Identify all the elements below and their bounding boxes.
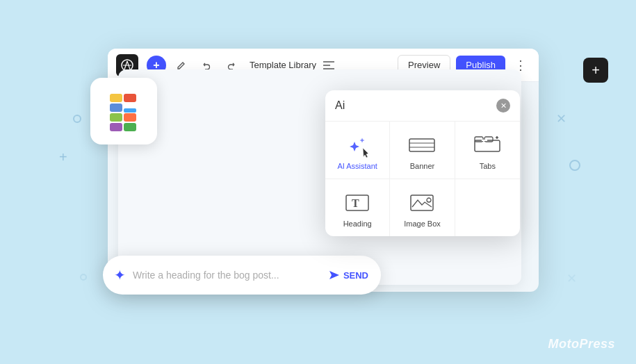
ai-sparkle-icon: ✦ [114,267,126,283]
widget-search-input[interactable] [335,99,496,112]
widget-item-image-box[interactable]: Image Box [390,179,455,236]
bg-decoration-circle-2 [569,160,580,171]
ai-assistant-label: AI Assistant [337,162,377,170]
bg-decoration-circle-3 [80,274,87,281]
send-icon [328,269,341,281]
bg-decoration-circle-1 [73,115,81,123]
send-button[interactable]: SEND [320,263,377,287]
ai-assistant-icon [342,133,373,158]
svg-rect-5 [124,123,136,131]
bg-decoration-x-1: ✕ [556,111,566,126]
bg-decoration-x-2: ✕ [566,271,577,286]
svg-rect-0 [110,94,122,102]
motopress-brand: MotoPress [548,337,615,351]
heading-label: Heading [343,220,372,228]
svg-rect-1 [124,94,136,102]
svg-rect-7 [124,108,136,113]
ai-prompt-placeholder: Write a heading for the bog post... [133,270,320,281]
widget-item-ai-assistant[interactable]: AI Assistant [325,122,390,179]
svg-rect-9 [409,139,434,151]
heading-icon: T [342,190,373,215]
svg-rect-21 [411,195,433,210]
menu-lines-icon [323,60,334,70]
svg-rect-6 [124,113,136,122]
widget-item-banner[interactable]: Banner [390,122,455,179]
imagebox-icon [407,190,437,215]
g-logo-icon [103,90,145,132]
widget-item-heading[interactable]: T Heading [325,179,390,236]
svg-rect-4 [110,123,122,131]
banner-label: Banner [410,162,434,170]
svg-text:T: T [352,197,359,209]
search-dropdown: ✕ AI Assistant [325,90,520,236]
ai-prompt-bar: ✦ Write a heading for the bog post... SE… [103,256,381,295]
bg-decoration-cross-1: + [59,149,67,165]
svg-rect-2 [110,104,122,112]
widget-grid-empty [455,179,520,236]
template-library-link[interactable]: Template Library [250,60,316,70]
svg-rect-3 [110,113,122,122]
search-box: ✕ [325,90,520,122]
search-clear-button[interactable]: ✕ [496,99,510,113]
brand-logo [90,78,157,144]
svg-point-22 [427,198,431,202]
tabs-icon [472,133,503,158]
tabs-label: Tabs [480,162,496,170]
image-box-label: Image Box [404,220,441,228]
widget-item-tabs[interactable]: Tabs [455,122,520,179]
corner-plus-button[interactable]: + [583,58,608,83]
banner-icon [407,133,437,158]
widget-grid: AI Assistant Banner [325,122,520,236]
